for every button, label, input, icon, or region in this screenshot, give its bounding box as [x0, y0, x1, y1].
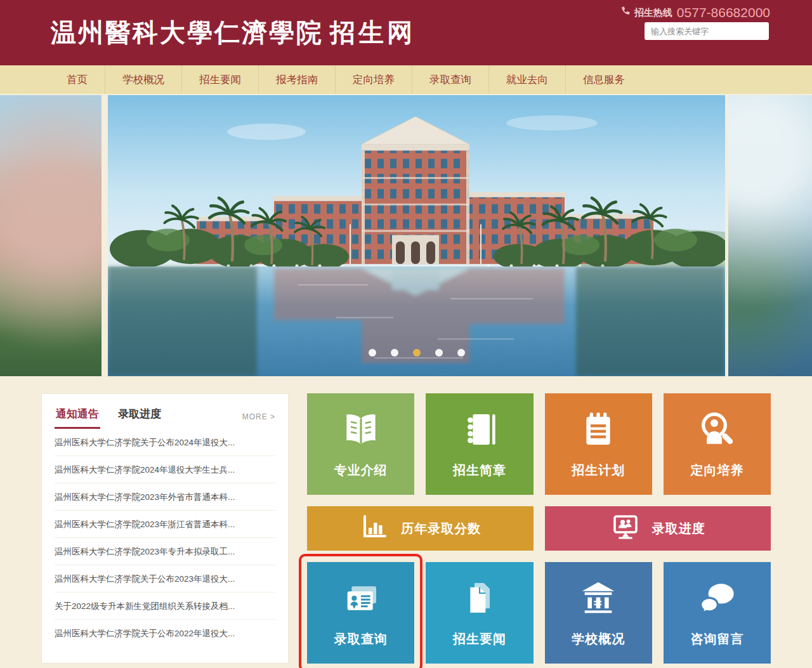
open-book-icon	[341, 409, 381, 453]
tile-admission-progress[interactable]: 录取进度	[545, 506, 771, 551]
tile-label: 学校概况	[572, 631, 625, 648]
carousel-dot[interactable]	[391, 349, 398, 357]
notebook-icon	[459, 409, 500, 453]
chevron-right-icon: >	[270, 412, 275, 421]
carousel-dot[interactable]	[369, 349, 376, 357]
search-button[interactable]	[769, 22, 783, 40]
nav-item-admissions-news[interactable]: 招生要闻	[182, 65, 258, 94]
id-card-icon	[341, 578, 381, 622]
school-building-icon	[578, 578, 619, 622]
quick-links-grid: 专业介绍 招生简章 招生计划 定向培养 历年录取分数	[307, 393, 771, 664]
documents-icon	[459, 578, 500, 622]
notice-item[interactable]: 温州医科大学仁济学院2023年外省市普通本科...	[55, 483, 275, 511]
tab-admission-progress[interactable]: 录取进度	[117, 402, 162, 429]
phone-icon	[620, 6, 630, 19]
hotline-number: 0577-86682000	[677, 5, 770, 20]
tile-school-overview[interactable]: 学校概况	[545, 562, 652, 664]
search-input[interactable]	[645, 27, 769, 36]
nav-item-info-service[interactable]: 信息服务	[566, 65, 642, 94]
notices-tabs: 通知通告 录取进度 MORE >	[55, 402, 275, 429]
nav-item-application-guide[interactable]: 报考指南	[259, 65, 335, 94]
tile-label: 录取进度	[652, 520, 705, 537]
person-search-icon	[697, 409, 737, 453]
tile-label: 招生要闻	[453, 631, 506, 648]
notice-item[interactable]: 温州医科大学仁济学院2023年专升本拟录取工...	[55, 538, 275, 565]
notepad-icon	[578, 409, 619, 453]
notice-item[interactable]: 温州医科大学仁济学院关于公布2024年退役大...	[55, 429, 275, 456]
tile-admissions-news[interactable]: 招生要闻	[426, 562, 533, 664]
tile-consult-message[interactable]: 咨询留言	[664, 562, 771, 664]
search-box	[645, 22, 769, 40]
tile-past-scores[interactable]: 历年录取分数	[307, 506, 534, 551]
site-title-main: 温州醫科大學仁濟學院	[51, 18, 324, 47]
carousel-prev-slide	[0, 95, 102, 376]
tile-directed-training[interactable]: 定向培养	[664, 393, 771, 495]
tab-notices[interactable]: 通知通告	[55, 402, 100, 429]
nav-item-directed-training[interactable]: 定向培养	[336, 65, 412, 94]
site-title-suffix: 招生网	[330, 18, 416, 47]
main-nav: 首页 学校概况 招生要闻 报考指南 定向培养 录取查询 就业去向 信息服务	[0, 65, 812, 94]
tile-admission-plan[interactable]: 招生计划	[545, 393, 652, 495]
nav-item-admission-query[interactable]: 录取查询	[412, 65, 488, 94]
tile-label: 咨询留言	[690, 631, 743, 648]
carousel-dots	[108, 349, 725, 357]
content-row: 通知通告 录取进度 MORE > 温州医科大学仁济学院关于公布2024年退役大.…	[41, 393, 771, 664]
search-icon	[769, 23, 783, 39]
tile-label: 招生计划	[572, 462, 625, 479]
tile-label: 专业介绍	[334, 462, 388, 479]
hotline: 招生热线 0577-86682000	[620, 5, 770, 20]
carousel-dot[interactable]	[435, 349, 443, 357]
tile-label: 定向培养	[690, 462, 743, 479]
nav-item-home[interactable]: 首页	[49, 65, 105, 94]
tile-label: 历年录取分数	[401, 520, 481, 537]
chat-bubbles-icon	[697, 578, 737, 622]
carousel-next-slide	[728, 95, 812, 376]
carousel-dot[interactable]	[457, 349, 465, 357]
tile-major-intro[interactable]: 专业介绍	[307, 393, 414, 495]
bar-chart-icon	[359, 512, 390, 546]
nav-item-employment[interactable]: 就业去向	[489, 65, 565, 94]
tile-admission-query[interactable]: 录取查询	[307, 562, 414, 664]
notice-list: 温州医科大学仁济学院关于公布2024年退役大... 温州医科大学仁济学院2024…	[55, 429, 275, 647]
notice-item[interactable]: 温州医科大学仁济学院关于公布2022年退役大...	[55, 620, 275, 647]
notice-item[interactable]: 温州医科大学仁济学院2024年退役大学生士兵...	[55, 456, 275, 483]
tile-admission-brochure[interactable]: 招生简章	[426, 393, 533, 495]
more-link[interactable]: MORE >	[242, 412, 275, 429]
monitor-users-icon	[610, 512, 641, 546]
carousel-dot[interactable]	[413, 349, 421, 357]
hotline-label: 招生热线	[634, 7, 672, 19]
site-title: 温州醫科大學仁濟學院招生网	[51, 15, 416, 50]
notice-item[interactable]: 温州医科大学仁济学院2023年浙江省普通本科...	[55, 511, 275, 538]
notice-item[interactable]: 温州医科大学仁济学院关于公布2023年退役大...	[55, 565, 275, 593]
notices-panel: 通知通告 录取进度 MORE > 温州医科大学仁济学院关于公布2024年退役大.…	[41, 393, 289, 664]
site-header: 温州醫科大學仁濟學院招生网 招生热线 0577-86682000	[0, 0, 812, 65]
hero-carousel	[0, 94, 812, 377]
notice-item[interactable]: 关于2022级专升本新生党团组织关系转接及档...	[55, 593, 275, 620]
campus-photo[interactable]	[108, 95, 725, 376]
tile-label: 招生简章	[453, 462, 506, 479]
tile-label: 录取查询	[334, 631, 388, 648]
nav-item-school-overview[interactable]: 学校概况	[105, 65, 181, 94]
